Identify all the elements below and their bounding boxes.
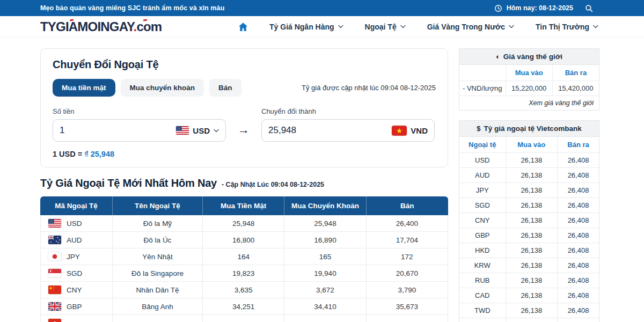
cell-cash: 16,800	[203, 232, 284, 248]
gold-buy-value: 15,220,000	[506, 81, 552, 96]
gold-table: Mua vào Bán ra - VND/lượng 15,220,000 15…	[459, 65, 599, 96]
vcb-row-USD: USD26,13826,408	[459, 153, 599, 168]
vcb-col-buy: Mua vào	[506, 137, 558, 153]
col-code: Mã Ngoại Tệ	[40, 196, 113, 215]
vcb-buy: 26,138	[506, 318, 558, 322]
site-logo[interactable]: TYGIAMOINGAY.com	[40, 20, 162, 33]
vcb-row-CNY: CNY26,13826,408	[459, 213, 599, 228]
cell-cash: 19,823	[203, 265, 284, 282]
currency-code: USD	[67, 219, 82, 228]
cell-cash: 3,635	[203, 282, 284, 298]
cell-name: Nhân Dân Tệ	[113, 282, 203, 298]
gold-coin-icon: ◐	[496, 53, 500, 61]
vcb-buy: 26,138	[506, 303, 558, 318]
cell-sell	[367, 315, 448, 322]
cell-sell: 3,790	[367, 282, 448, 298]
chevron-down-icon	[214, 129, 219, 133]
vcb-currency: RUB	[459, 273, 506, 288]
vietcombank-widget: $ Tỷ giá ngoại tệ Vietcombank Ngoại tệ M…	[459, 120, 599, 322]
currency-code: AUD	[67, 236, 82, 244]
cell-name: Đô la Mỹ	[113, 215, 203, 232]
vcb-row-GBP: GBP26,13826,408	[459, 228, 599, 243]
nav-item-0[interactable]: Tỷ Giá Ngân Hàng	[269, 23, 343, 31]
convert-arrow-icon: →	[238, 123, 250, 142]
vcb-currency: CAD	[459, 288, 506, 303]
to-currency-select[interactable]: VND	[392, 126, 428, 136]
flag-us-icon	[176, 126, 189, 135]
nav-item-label: Giá Vàng Trong Nước	[427, 23, 505, 31]
amount-inputbox: USD	[53, 119, 226, 142]
result-label: Chuyển đổi thành	[261, 107, 435, 115]
vcb-buy: 26,138	[506, 183, 558, 198]
vcb-row-AUD: AUD26,13826,408	[459, 168, 599, 183]
nav-menu: Tỷ Giá Ngân HàngNgoại TệGiá Vàng Trong N…	[238, 22, 598, 32]
vcb-row-CAD: CAD26,13826,408	[459, 288, 599, 303]
flag-vn-icon	[392, 126, 407, 136]
logo-text: TYGIAMOINGAY	[40, 19, 134, 34]
converter-tab-0[interactable]: Mua tiền mặt	[53, 79, 115, 97]
currency-code: JPY	[67, 253, 80, 261]
home-icon[interactable]	[238, 22, 248, 32]
gold-see-more-link[interactable]: Xem giá vàng thế giới	[459, 96, 599, 110]
col-cash: Mua Tiền Mặt	[203, 196, 284, 215]
vcb-buy: 26,138	[506, 243, 558, 258]
rate-row-hk	[40, 315, 448, 322]
gold-widget-header: ◐ Giá vàng thế giới	[459, 49, 599, 65]
rate-prefix: 1 USD =	[53, 150, 84, 158]
flag-au-icon	[48, 236, 61, 244]
vcb-buy: 26,138	[506, 168, 558, 183]
gold-widget-title: Giá vàng thế giới	[503, 53, 562, 61]
vcb-col-currency: Ngoại tệ	[459, 137, 506, 153]
rate-row-AUD: AUDĐô la Úc16,80016,89017,704	[40, 232, 448, 248]
cell-sell: 35,673	[367, 298, 448, 315]
currency-converter-card: Chuyển Đổi Ngoại Tệ Mua tiền mặtMua chuy…	[40, 48, 448, 167]
cell-name	[113, 315, 203, 322]
converter-fields: Số tiền USD → Chuyển đổi th	[53, 107, 436, 142]
cell-name: Bảng Anh	[113, 298, 203, 315]
rate-row-CNY: CNYNhân Dân Tệ3,6353,6723,790	[40, 282, 448, 298]
vcb-sell: 26,408	[558, 198, 599, 213]
cell-name: Đô la Úc	[113, 232, 203, 248]
cell-cash: 25,948	[203, 215, 284, 232]
cell-cash	[203, 315, 284, 322]
chevron-down-icon	[338, 25, 343, 28]
amount-input[interactable]	[60, 125, 172, 136]
vcb-row-TWD: TWD26,13826,408	[459, 303, 599, 318]
converter-tab-2[interactable]: Bán	[209, 79, 241, 97]
exchange-rate-line: 1 USD = ₫ 25,948	[53, 150, 436, 158]
gold-data-row: - VND/lượng 15,220,000 15,420,000	[459, 81, 599, 96]
vcb-currency: AUD	[459, 168, 506, 183]
rate-value: ₫ 25,948	[84, 150, 114, 158]
converter-title: Chuyển Đổi Ngoại Tệ	[53, 58, 436, 71]
chevron-down-icon	[400, 25, 406, 28]
dollar-icon: $	[477, 125, 480, 133]
rate-row-USD: USDĐô la Mỹ25,94825,94826,400	[40, 215, 448, 232]
vcb-sell: 26,408	[558, 153, 599, 168]
nav-item-1[interactable]: Ngoại Tệ	[365, 23, 406, 31]
vcb-currency: USD	[459, 153, 506, 168]
converter-tab-1[interactable]: Mua chuyển khoản	[121, 79, 204, 97]
vcb-currency: TWD	[459, 303, 506, 318]
result-input[interactable]	[268, 125, 387, 136]
from-currency-select[interactable]: USD	[176, 126, 219, 135]
vcb-buy: 26,138	[506, 288, 558, 303]
vcb-sell: 26,408	[558, 288, 599, 303]
vcb-currency: HKD	[459, 243, 506, 258]
search-icon[interactable]	[585, 4, 593, 12]
nav-item-2[interactable]: Giá Vàng Trong Nước	[427, 23, 514, 31]
logo-suffix: com	[136, 19, 162, 34]
vcb-sell: 26,408	[558, 258, 599, 273]
gold-header-row: Mua vào Bán ra	[459, 65, 599, 81]
vcb-sell: 26,408	[558, 213, 599, 228]
top-bar: Mẹo bảo quản vàng miếng SJC tránh ẩm mốc…	[0, 0, 644, 16]
world-gold-widget: ◐ Giá vàng thế giới Mua vào Bán ra - VND…	[459, 48, 599, 111]
cell-name: Yên Nhật	[113, 248, 203, 265]
vcb-row-KRW: KRW26,13826,408	[459, 258, 599, 273]
cell-transfer: 165	[284, 248, 366, 265]
gold-sell-value: 15,420,000	[552, 81, 599, 96]
cell-transfer: 16,890	[284, 232, 366, 248]
rates-subtitle: - Cập Nhật Lúc 09:04 08-12-2025	[222, 181, 324, 188]
nav-item-3[interactable]: Tin Thị Trường	[536, 23, 598, 31]
rates-table: Mã Ngoại Tệ Tên Ngoại Tệ Mua Tiền Mặt Mu…	[40, 196, 448, 322]
page-content: Chuyển Đổi Ngoại Tệ Mua tiền mặtMua chuy…	[0, 38, 644, 322]
